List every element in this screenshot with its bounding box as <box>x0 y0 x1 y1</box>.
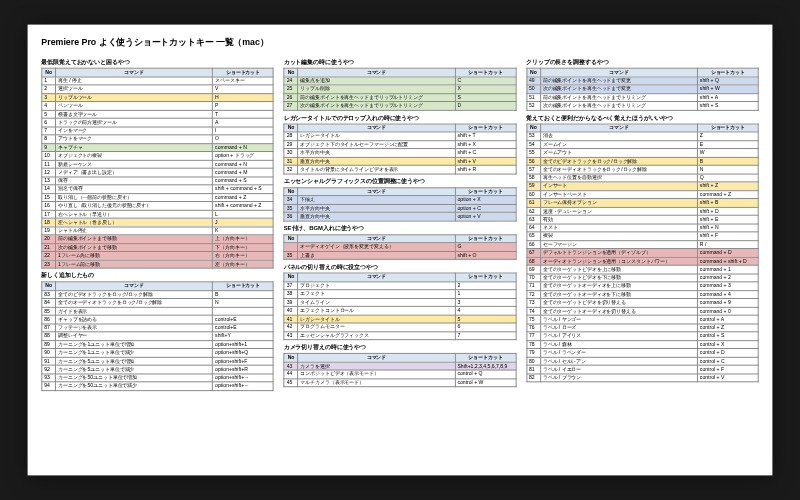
shortcut-table: Noコマンドショートカット1再生 / 停止スペースキー2選択ツールV3リップルツ… <box>41 68 274 269</box>
table-row: 43カメラを選択Shift+1,2,3,4,5,6,7,8,9 <box>284 362 516 370</box>
section-heading: レガシータイトルでのテロップ入れの時に使うやつ <box>284 113 517 122</box>
table-row: 2選択ツールV <box>42 85 274 93</box>
table-row: 86ギャップを詰めるcontrol+E <box>42 315 274 323</box>
table-row: 77ラベル / アイリスcontrol + S <box>527 332 759 340</box>
table-row: 49前の編集ポイントを再生ヘッドまで変更shift + Q <box>527 77 759 85</box>
table-row: 91カーニングを5ユニット単位で増加option+shift+F <box>42 357 274 365</box>
table-row: 9キャプチャcommand + N <box>42 143 274 151</box>
section-heading: エッセンシャルグラフィックスの位置調整に使うやつ <box>284 177 517 186</box>
table-row: 62速度・デュレーションshift + D <box>527 207 759 215</box>
table-row: 60インサートペーストcommand + Z <box>527 190 759 198</box>
table-row: 1再生 / 停止スペースキー <box>42 77 274 85</box>
table-row: 27次の編集ポイントを再生ヘッドまでリップルトリミングD <box>284 102 516 110</box>
table-row: 83全てのビデオトラックをロック/ロック解除B <box>42 290 274 298</box>
table-row: 88調整レイヤーshift+Y <box>42 332 274 340</box>
table-row: 26前の編集ポイントを再生ヘッドまでリップルトリミングS <box>284 93 516 101</box>
table-row: 19シャトル停止K <box>42 226 274 234</box>
table-row: 94カーニングを50ユニット単位で減少option+shift+← <box>42 382 274 390</box>
table-row: 79ラベル / ラベンダーcontrol + D <box>527 348 759 356</box>
table-row: 92カーニングを5ユニット単位で減少option+shift+R <box>42 365 274 373</box>
table-row: 61フレーム保持オプションshift + B <box>527 199 759 207</box>
table-row: オーディオゲイン（波形を変更で変える）G <box>284 243 516 251</box>
table-row: 55ズームアウトW <box>527 149 759 157</box>
table-row: 67デフォルトトランジションを適用（ディゾルブ）command + D <box>527 249 759 257</box>
shortcut-table: Noコマンドショートカット37プロジェクト238エフェクト139タイムライン34… <box>284 273 517 341</box>
table-row: 65複製shift + F <box>527 232 759 240</box>
table-row: 31垂直方向中央shift + V <box>284 157 516 165</box>
table-header-row: Noコマンドショートカット <box>527 68 759 76</box>
table-row: 89カーニングを1ユニット単位で増加option+shift+1 <box>42 340 274 348</box>
table-row: 14別名で保存shift + command + S <box>42 185 274 193</box>
table-row: 30水平方向中央shift + C <box>284 149 516 157</box>
table-row: 43エッセンシャルグラフィックス7 <box>284 331 516 339</box>
table-row: 74全てのターゲットオーディオを切り替えるcommand + 0 <box>527 307 759 315</box>
table-row: 39タイムライン3 <box>284 298 516 306</box>
table-row: 45マルチカメラ（表示モード）control + W <box>284 378 516 386</box>
table-row: 37プロジェクト2 <box>284 281 516 289</box>
table-row: 81ラベル / イエローcontrol + F <box>527 365 759 373</box>
table-row: 76ラベル / ローズcontrol + Z <box>527 324 759 332</box>
table-row: 28レガシータイトルshift + T <box>284 132 516 140</box>
shortcut-table: Noコマンドショートカット28レガシータイトルshift + T29オブジェクト… <box>284 123 517 174</box>
table-row: 34下揃えoption + X <box>284 196 516 204</box>
table-row: 6トラックの前方選択ツールA <box>42 118 274 126</box>
table-row: 84全てのオーディオトラックをロック/ロック解除N <box>42 299 274 307</box>
table-row: 59インサートshift + Z <box>527 182 759 190</box>
table-row: 18左へシャトル（巻き戻し）J <box>42 218 274 226</box>
table-row: 68オーディオトランジションを適用（コンスタントパワー）command + sh… <box>527 257 759 265</box>
table-row: 16やり直し（取り消した後元の状態に戻す）shift + command + Z <box>42 201 274 209</box>
shortcut-table: Noコマンドショートカットオーディオゲイン（波形を変更で変える）G35上書きsh… <box>284 234 517 260</box>
table-row: 38エフェクト1 <box>284 290 516 298</box>
section-heading: 新しく追加したもの <box>41 272 274 281</box>
table-row: 231フレーム前に移動左（方向キー） <box>42 260 274 268</box>
table-row: 36垂直方向中央option + V <box>284 212 516 220</box>
table-header-row: Noコマンドショートカット <box>284 187 516 195</box>
table-row: 5横書き文字ツールT <box>42 110 274 118</box>
shortcut-table: Noコマンドショートカット83全てのビデオトラックをロック/ロック解除B84全て… <box>41 281 274 390</box>
section-heading: SE付け、BGM入れに使うやつ <box>284 224 517 233</box>
table-row: 51前の編集ポイントを再生ヘッドまでトリミングshift + A <box>527 93 759 101</box>
table-row: 11新規シーケンスcommand + N <box>42 160 274 168</box>
page-title: Premiere Pro よく使うショートカットキー 一覧（mac） <box>41 36 758 49</box>
table-header-row: Noコマンドショートカット <box>284 124 516 132</box>
table-header-row: Noコマンドショートカット <box>284 353 516 361</box>
document-page: Premiere Pro よく使うショートカットキー 一覧（mac） 最低限覚え… <box>28 25 773 476</box>
shortcut-table: Noコマンドショートカット49前の編集ポイントを再生ヘッドまで変更shift +… <box>526 68 759 111</box>
table-row: 35水平方向中央option + C <box>284 204 516 212</box>
table-row: 80ラベル / セルレアンcontrol + C <box>527 357 759 365</box>
table-row: 66セーフマージンR / <box>527 240 759 248</box>
table-row: 10オブジェクトの複製option + ドラッグ <box>42 152 274 160</box>
table-row: 90カーニングを1ユニット単位で減少option+shift+Q <box>42 348 274 356</box>
table-row: 69全てのターゲットビデオを上に移動command + 1 <box>527 265 759 273</box>
table-header-row: Noコマンドショートカット <box>527 124 759 132</box>
table-row: 57全てのオーディオトラックをロック/ロック解除N <box>527 165 759 173</box>
table-row: 63有効shift + E <box>527 215 759 223</box>
table-row: 25リップル削除X <box>284 85 516 93</box>
table-row: 42プログラムモニター6 <box>284 323 516 331</box>
shortcut-table: Noコマンドショートカット53消去Z54ズームインE55ズームアウトW56全ての… <box>526 123 759 382</box>
column-2: カット編集の時に使うやつNoコマンドショートカット24編集点を追加C25リップル… <box>284 55 517 391</box>
table-row: 24編集点を追加C <box>284 77 516 85</box>
columns: 最低限覚えておかないと困るやつNoコマンドショートカット1再生 / 停止スペース… <box>41 55 758 391</box>
table-row: 73全てのターゲットビデオを切り替えるcommand + 9 <box>527 299 759 307</box>
table-row: 72全てのターゲットオーディオを下に移動command + 4 <box>527 290 759 298</box>
shortcut-table: Noコマンドショートカット43カメラを選択Shift+1,2,3,4,5,6,7… <box>284 353 517 387</box>
table-row: 82ラベル / ブラウンcontrol + V <box>527 373 759 381</box>
table-row: 70全てのターゲットビデオを下に移動command + 2 <box>527 274 759 282</box>
table-row: 20前の編集ポイントまで移動上（方向キー） <box>42 235 274 243</box>
table-row: 12メディア（書き出し設定）command + M <box>42 168 274 176</box>
table-row: 13保存command + S <box>42 177 274 185</box>
table-row: 32タイトルの背景にタイムラインビデオを表示shift + R <box>284 165 516 173</box>
table-row: 75ラベル / ヤンゴーcontrol + A <box>527 315 759 323</box>
table-row: 3リップルツールH <box>42 93 274 101</box>
table-row: 21次の編集ポイントまで移動下（方向キー） <box>42 243 274 251</box>
table-row: 17右へシャトル（早送り）L <box>42 210 274 218</box>
table-row: 8アウトをマークO <box>42 135 274 143</box>
table-row: 29オブジェクト下のタイトルセーフマージンに配置shift + X <box>284 140 516 148</box>
table-header-row: Noコマンドショートカット <box>284 273 516 281</box>
table-header-row: Noコマンドショートカット <box>42 282 274 290</box>
section-heading: 覚えておくと便利だからなるべく覚えたほうがいいやつ <box>526 113 759 122</box>
table-row: 93カーニングを50ユニット単位で増加option+shift+→ <box>42 373 274 381</box>
table-row: 50次の編集ポイントを再生ヘッドまで変更shift + W <box>527 85 759 93</box>
table-header-row: Noコマンドショートカット <box>284 234 516 242</box>
